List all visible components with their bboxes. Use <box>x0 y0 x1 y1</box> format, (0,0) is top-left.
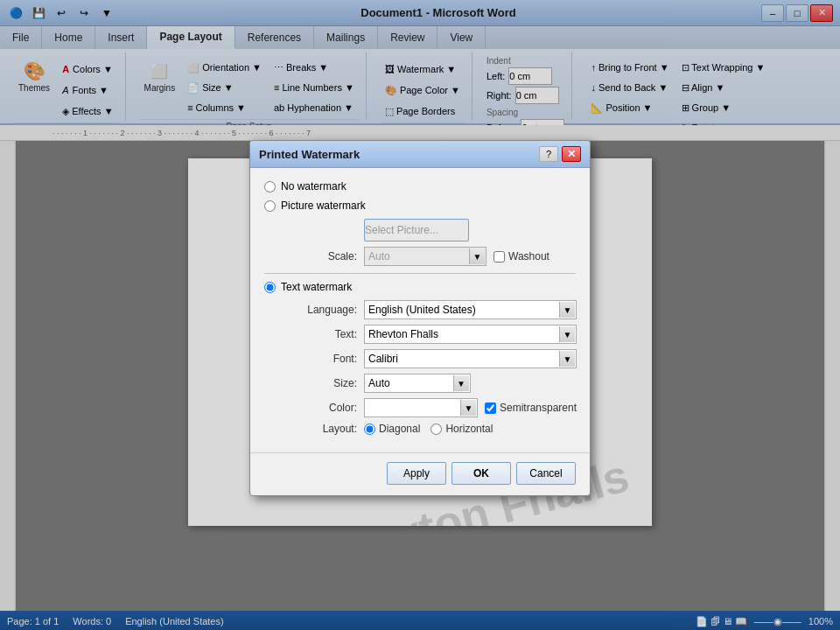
text-watermark-radio[interactable] <box>264 282 276 293</box>
diagonal-label[interactable]: Diagonal <box>379 423 420 435</box>
picture-watermark-row[interactable]: Picture watermark <box>264 200 576 212</box>
ok-btn[interactable]: OK <box>452 462 511 485</box>
dialog-close-btn[interactable]: ✕ <box>562 146 581 162</box>
color-label: Color: <box>278 402 357 414</box>
scale-label: Scale: <box>278 250 357 262</box>
language-label: Language: <box>278 304 357 316</box>
cancel-btn[interactable]: Cancel <box>516 462 576 485</box>
font-select[interactable]: Calibri <box>364 349 577 368</box>
no-watermark-radio[interactable] <box>264 181 276 192</box>
horizontal-row[interactable]: Horizontal <box>430 423 493 435</box>
apply-btn[interactable]: Apply <box>387 462 446 485</box>
dialog-footer: Apply OK Cancel <box>250 452 590 495</box>
diagonal-row[interactable]: Diagonal <box>364 423 420 435</box>
picture-section: Select Picture... Scale: Auto ▼ Washout <box>278 219 576 266</box>
layout-options: Diagonal Horizontal <box>364 423 577 435</box>
picture-watermark-label[interactable]: Picture watermark <box>281 200 366 212</box>
modal-overlay: Printed Watermark ? ✕ No watermark Pictu… <box>0 0 840 630</box>
text-watermark-label[interactable]: Text watermark <box>281 281 352 293</box>
no-watermark-row[interactable]: No watermark <box>264 180 576 192</box>
diagonal-radio[interactable] <box>364 424 375 435</box>
text-input[interactable] <box>364 325 577 344</box>
washout-row[interactable]: Washout <box>494 250 550 262</box>
scale-select[interactable]: Auto <box>364 247 486 266</box>
semitransparent-checkbox[interactable] <box>485 402 496 414</box>
color-select[interactable] <box>364 398 478 417</box>
language-select[interactable]: English (United States) <box>364 300 577 319</box>
picture-watermark-radio[interactable] <box>264 200 276 212</box>
washout-label[interactable]: Washout <box>508 250 550 262</box>
dialog-titlebar: Printed Watermark ? ✕ <box>250 141 590 168</box>
horizontal-label[interactable]: Horizontal <box>445 423 493 435</box>
watermark-dialog: Printed Watermark ? ✕ No watermark Pictu… <box>249 140 591 496</box>
semitransparent-row[interactable]: Semitransparent <box>485 402 577 414</box>
size-select[interactable]: Auto <box>364 374 471 393</box>
text-section: Language: English (United States) ▼ Text… <box>278 300 576 435</box>
dialog-title: Printed Watermark <box>259 148 360 161</box>
dialog-body: No watermark Picture watermark Select Pi… <box>250 168 590 452</box>
font-label: Font: <box>278 353 357 365</box>
horizontal-radio[interactable] <box>430 424 442 435</box>
dialog-help-btn[interactable]: ? <box>539 146 558 162</box>
size-label: Size: <box>278 377 357 389</box>
layout-label: Layout: <box>278 423 357 435</box>
semitransparent-label[interactable]: Semitransparent <box>500 402 577 414</box>
washout-checkbox[interactable] <box>494 251 505 262</box>
text-label: Text: <box>278 328 357 340</box>
no-watermark-label[interactable]: No watermark <box>281 180 346 192</box>
text-watermark-row[interactable]: Text watermark <box>264 281 576 293</box>
select-picture-btn[interactable]: Select Picture... <box>364 219 469 242</box>
section-divider <box>264 273 576 274</box>
